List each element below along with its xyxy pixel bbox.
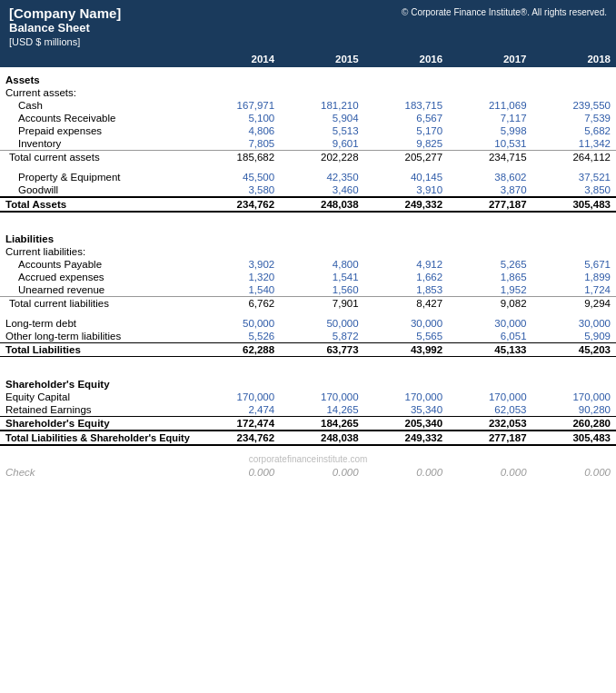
tca-2014: 185,682 [196, 151, 280, 164]
total-liabilities-row: Total Liabilities 62,288 63,773 43,992 4… [0, 343, 616, 357]
year-2017: 2017 [448, 51, 532, 67]
olt-2015: 5,872 [280, 330, 363, 343]
retained-earnings-row: Retained Earnings 2,474 14,265 35,340 62… [0, 403, 616, 417]
olt-2018: 5,909 [532, 330, 616, 343]
tle-2014: 234,762 [196, 431, 280, 445]
ec-2014: 170,000 [196, 391, 280, 403]
se-2017: 232,053 [448, 416, 532, 431]
tle-2016: 249,332 [364, 431, 448, 445]
check-2017: 0.000 [448, 466, 532, 479]
inventory-2018: 11,342 [532, 137, 616, 151]
tcl-2016: 8,427 [364, 297, 448, 311]
ur-2017: 1,952 [448, 283, 532, 297]
assets-header: Assets [0, 67, 616, 86]
ae-2017: 1,865 [448, 271, 532, 283]
ap-label: Accounts Payable [0, 258, 196, 271]
re-2015: 14,265 [280, 403, 363, 417]
year-2015: 2015 [280, 51, 363, 67]
cash-2014: 167,971 [196, 99, 280, 112]
tle-2017: 277,187 [448, 431, 532, 445]
prepaid-label: Prepaid expenses [0, 124, 196, 137]
property-label: Property & Equipment [0, 171, 196, 183]
ap-2018: 5,671 [532, 258, 616, 271]
pe-2015: 42,350 [280, 171, 363, 183]
long-term-debt-row: Long-term debt 50,000 50,000 30,000 30,0… [0, 317, 616, 330]
ltd-2016: 30,000 [364, 317, 448, 330]
cash-label: Cash [0, 99, 196, 112]
cash-2017: 211,069 [448, 99, 532, 112]
current-liabilities-header: Current liabilities: [0, 245, 616, 258]
label-header [0, 51, 196, 67]
se-2016: 205,340 [364, 416, 448, 431]
ltd-2018: 30,000 [532, 317, 616, 330]
pe-2017: 38,602 [448, 171, 532, 183]
accounts-payable-row: Accounts Payable 3,902 4,800 4,912 5,265… [0, 258, 616, 271]
cash-row: Cash 167,971 181,210 183,715 211,069 239… [0, 99, 616, 112]
tca-2018: 264,112 [532, 151, 616, 164]
unearned-row: Unearned revenue 1,540 1,560 1,853 1,952… [0, 283, 616, 297]
ap-2017: 5,265 [448, 258, 532, 271]
ar-2015: 5,904 [280, 112, 363, 124]
spacer1 [0, 163, 616, 171]
inventory-2015: 9,601 [280, 137, 363, 151]
tle-2015: 248,038 [280, 431, 363, 445]
unearned-label: Unearned revenue [0, 283, 196, 297]
goodwill-2015: 3,460 [280, 183, 363, 197]
other-long-term-row: Other long-term liabilities 5,526 5,872 … [0, 330, 616, 343]
ae-2015: 1,541 [280, 271, 363, 283]
ec-2016: 170,000 [364, 391, 448, 403]
ta-2015: 248,038 [280, 197, 363, 212]
check-2014: 0.000 [196, 466, 280, 479]
spacer2 [0, 212, 616, 219]
ur-2018: 1,724 [532, 283, 616, 297]
check-label: Check [0, 466, 196, 479]
ltd-2014: 50,000 [196, 317, 280, 330]
ar-2018: 7,539 [532, 112, 616, 124]
re-2016: 35,340 [364, 403, 448, 417]
cash-2018: 239,550 [532, 99, 616, 112]
current-assets-header: Current assets: [0, 86, 616, 99]
olt-2017: 6,051 [448, 330, 532, 343]
re-label: Retained Earnings [0, 403, 196, 417]
se-2014: 172,474 [196, 416, 280, 431]
re-2018: 90,280 [532, 403, 616, 417]
olt-label: Other long-term liabilities [0, 330, 196, 343]
sheet-title: Balance Sheet [9, 21, 121, 35]
watermark-row: corporatefinanceinstitute.com [0, 452, 616, 466]
ta-label: Total Assets [0, 197, 196, 212]
pe-2016: 40,145 [364, 171, 448, 183]
cash-2015: 181,210 [280, 99, 363, 112]
prepaid-row: Prepaid expenses 4,806 5,513 5,170 5,998… [0, 124, 616, 137]
goodwill-2016: 3,910 [364, 183, 448, 197]
pe-2014: 45,500 [196, 171, 280, 183]
se-2015: 184,265 [280, 416, 363, 431]
inventory-2016: 9,825 [364, 137, 448, 151]
spacer4 [0, 310, 616, 317]
prepaid-2015: 5,513 [280, 124, 363, 137]
header: [Company Name] Balance Sheet [USD $ mill… [0, 0, 616, 51]
spacer3 [0, 219, 616, 226]
watermark: corporatefinanceinstitute.com [0, 452, 616, 466]
year-2016: 2016 [364, 51, 448, 67]
tl-2015: 63,773 [280, 343, 363, 357]
accounts-receivable-label: Accounts Receivable [0, 112, 196, 124]
ta-2017: 277,187 [448, 197, 532, 212]
tcl-label: Total current liabilities [0, 297, 196, 311]
tcl-2018: 9,294 [532, 297, 616, 311]
re-2014: 2,474 [196, 403, 280, 417]
equity-header-row: Shareholder's Equity [0, 371, 616, 391]
goodwill-2017: 3,870 [448, 183, 532, 197]
ta-2014: 234,762 [196, 197, 280, 212]
tca-2017: 234,715 [448, 151, 532, 164]
prepaid-2014: 4,806 [196, 124, 280, 137]
olt-2016: 5,565 [364, 330, 448, 343]
goodwill-2014: 3,580 [196, 183, 280, 197]
ltd-label: Long-term debt [0, 317, 196, 330]
property-row: Property & Equipment 45,500 42,350 40,14… [0, 171, 616, 183]
tcl-2017: 9,082 [448, 297, 532, 311]
total-current-assets-row: Total current assets 185,682 202,228 205… [0, 151, 616, 164]
ae-2014: 1,320 [196, 271, 280, 283]
liabilities-header: Liabilities [0, 226, 616, 245]
total-liabilities-equity-row: Total Liabilities & Shareholder's Equity… [0, 431, 616, 445]
total-assets-row: Total Assets 234,762 248,038 249,332 277… [0, 197, 616, 212]
